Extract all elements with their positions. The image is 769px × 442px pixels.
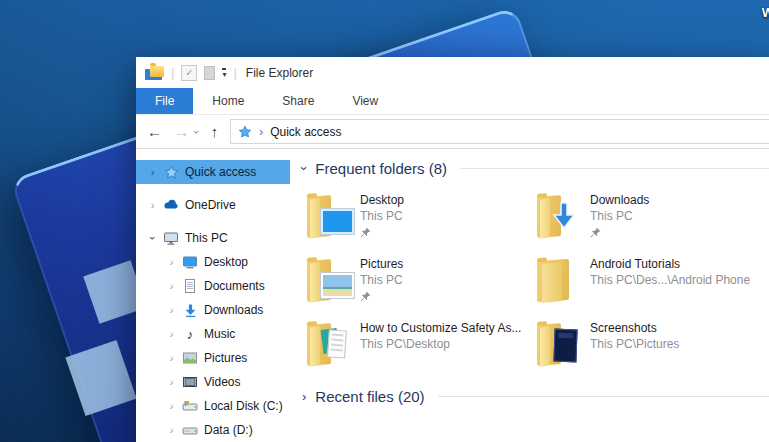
new-folder-icon[interactable] — [204, 66, 215, 80]
breadcrumb-chevron-icon[interactable]: › — [259, 125, 263, 139]
this-pc-monitor-icon — [163, 230, 179, 246]
chevron-right-icon[interactable]: › — [167, 400, 176, 412]
plain-folder-icon — [534, 256, 582, 303]
sidebar-item-music[interactable]: › ♪ Music — [136, 322, 290, 346]
folder-tile-android-tutorials[interactable]: Android Tutorials This PC\Des...\Android… — [534, 256, 764, 311]
recent-locations-dropdown-icon[interactable]: › — [191, 130, 203, 134]
folder-name: How to Customize Safety As... — [360, 321, 521, 335]
folder-name: Android Tutorials — [590, 257, 750, 271]
sidebar-item-label: Data (D:) — [204, 423, 253, 437]
sidebar-item-onedrive[interactable]: › OneDrive — [136, 193, 290, 217]
folder-location: This PC\Desktop — [360, 337, 521, 351]
toolbar-separator: | — [233, 65, 236, 80]
chevron-right-icon[interactable]: › — [167, 352, 176, 364]
folder-tile-how-to-customize[interactable]: How to Customize Safety As... This PC\De… — [304, 320, 534, 375]
sidebar-item-label: Music — [204, 327, 235, 341]
content-pane: › Frequent folders (8) Desktop This PC — [290, 149, 769, 442]
desktop-monitor-icon — [182, 254, 198, 270]
folder-location: This PC\Des...\Android Phone — [590, 273, 750, 287]
sidebar-item-label: Pictures — [204, 351, 247, 365]
window-body: › Quick access › OneDrive › — [136, 149, 769, 442]
window-title: File Explorer — [246, 66, 313, 80]
download-arrow-icon — [552, 202, 576, 230]
sidebar-item-desktop[interactable]: › Desktop — [136, 250, 290, 274]
recent-files-header[interactable]: › Recent files (20) — [302, 385, 769, 407]
file-explorer-window: | ✓ ▾ | File Explorer File Home Share Vi… — [136, 57, 769, 442]
title-bar[interactable]: | ✓ ▾ | File Explorer — [136, 57, 769, 88]
sidebar-item-label: Quick access — [185, 165, 256, 179]
chevron-right-icon[interactable]: › — [167, 328, 176, 340]
sidebar-item-documents[interactable]: › Documents — [136, 274, 290, 298]
breadcrumb[interactable]: Quick access — [270, 125, 341, 139]
chevron-right-icon[interactable]: › — [167, 280, 176, 292]
sidebar-item-label: Downloads — [204, 303, 263, 317]
group-header-label: Recent files (20) — [315, 388, 424, 405]
download-arrow-icon — [182, 302, 198, 318]
file-explorer-icon — [145, 65, 164, 80]
frequent-folders-header[interactable]: › Frequent folders (8) — [302, 157, 769, 179]
quick-access-star-icon — [238, 125, 252, 139]
folder-name: Desktop — [360, 193, 404, 207]
folder-name: Downloads — [590, 193, 649, 207]
sidebar-item-label: Documents — [204, 279, 265, 293]
frequent-folders-grid: Desktop This PC Downloads T — [304, 192, 769, 375]
folder-location: This PC\Pictures — [590, 337, 679, 351]
group-header-label: Frequent folders (8) — [315, 160, 447, 177]
sidebar-item-label: Local Disk (C:) — [204, 399, 283, 413]
quick-access-star-icon — [163, 164, 179, 180]
chevron-right-icon[interactable]: › — [302, 389, 306, 404]
pictures-folder-icon — [304, 256, 352, 303]
tab-view[interactable]: View — [333, 88, 397, 114]
back-button[interactable]: ← — [147, 124, 162, 139]
sidebar-item-pictures[interactable]: › Pictures — [136, 346, 290, 370]
folder-tile-downloads[interactable]: Downloads This PC — [534, 192, 764, 247]
folder-tile-desktop[interactable]: Desktop This PC — [304, 192, 534, 247]
forward-button[interactable]: → — [174, 124, 189, 139]
chevron-right-icon[interactable]: › — [167, 256, 176, 268]
sidebar-item-label: OneDrive — [185, 198, 236, 212]
qat-dropdown-icon[interactable]: ▾ — [222, 68, 226, 78]
sidebar-item-this-pc[interactable]: › This PC — [136, 226, 290, 250]
chevron-right-icon[interactable]: › — [167, 424, 176, 436]
desktop-watermark: W — [762, 5, 769, 20]
pin-icon — [360, 227, 371, 238]
tab-share[interactable]: Share — [263, 88, 333, 114]
address-box[interactable]: › Quick access — [230, 119, 769, 144]
sidebar-item-label: This PC — [185, 231, 228, 245]
chevron-down-icon[interactable]: › — [297, 166, 312, 170]
folder-tile-pictures[interactable]: Pictures This PC — [304, 256, 534, 311]
folder-location: This PC — [360, 273, 403, 287]
sidebar-item-downloads[interactable]: › Downloads — [136, 298, 290, 322]
sidebar-item-local-disk-c[interactable]: › Local Disk (C:) — [136, 394, 290, 418]
header-rule — [438, 396, 769, 397]
sidebar-item-quick-access[interactable]: › Quick access — [136, 160, 290, 184]
header-rule — [460, 168, 769, 169]
sidebar-item-videos[interactable]: › Videos — [136, 370, 290, 394]
chevron-down-icon[interactable]: › — [147, 234, 159, 243]
ribbon-tabs: File Home Share View — [136, 88, 769, 115]
music-note-icon: ♪ — [182, 326, 198, 342]
folder-name: Pictures — [360, 257, 403, 271]
picture-icon — [182, 350, 198, 366]
chevron-right-icon[interactable]: › — [148, 166, 157, 178]
chevron-right-icon[interactable]: › — [167, 376, 176, 388]
desktop: W | ✓ ▾ | File Explorer File Home Share … — [0, 0, 769, 442]
address-bar: ← → › ↑ › Quick access — [136, 115, 769, 149]
onedrive-cloud-icon — [163, 197, 179, 213]
desktop-folder-icon — [304, 192, 352, 239]
navigation-pane: › Quick access › OneDrive › — [136, 149, 290, 442]
sidebar-item-data-d[interactable]: › Data (D:) — [136, 418, 290, 442]
folder-tile-screenshots[interactable]: Screenshots This PC\Pictures — [534, 320, 764, 375]
chevron-right-icon[interactable]: › — [148, 199, 157, 211]
documents-folder-icon — [304, 320, 352, 367]
downloads-folder-icon — [534, 192, 582, 239]
tab-home[interactable]: Home — [193, 88, 263, 114]
folder-location: This PC — [360, 209, 404, 223]
screenshot-folder-icon — [534, 320, 582, 367]
chevron-right-icon[interactable]: › — [167, 304, 176, 316]
folder-name: Screenshots — [590, 321, 679, 335]
up-button[interactable]: ↑ — [211, 124, 219, 139]
properties-icon[interactable]: ✓ — [181, 65, 197, 81]
tab-file[interactable]: File — [136, 88, 193, 114]
toolbar-separator: | — [171, 65, 174, 80]
